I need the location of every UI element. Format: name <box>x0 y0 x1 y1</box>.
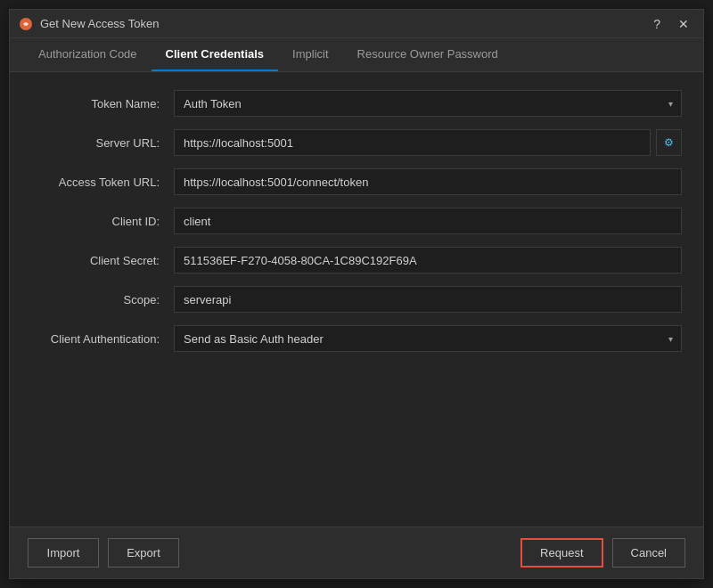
client-id-input[interactable] <box>174 208 682 234</box>
settings-icon: ⚙ <box>664 136 674 149</box>
close-button[interactable]: ✕ <box>673 16 694 32</box>
client-id-row: Client ID: <box>31 208 682 234</box>
client-secret-wrap <box>174 247 682 274</box>
scope-label: Scope: <box>31 293 174 306</box>
app-icon <box>19 17 33 31</box>
dialog-footer: Import Export Request Cancel <box>10 527 703 578</box>
footer-left-actions: Import Export <box>28 538 179 568</box>
request-button[interactable]: Request <box>520 538 602 568</box>
export-button[interactable]: Export <box>108 538 179 568</box>
dialog: Get New Access Token ? ✕ Authorization C… <box>9 9 704 579</box>
title-bar-controls: ? ✕ <box>648 16 694 32</box>
token-name-row: Token Name: Auth Token ▾ <box>31 90 682 117</box>
token-name-select[interactable]: Auth Token <box>174 90 682 117</box>
client-secret-row: Client Secret: <box>31 247 682 274</box>
client-auth-select[interactable]: Send as Basic Auth header Send client cr… <box>174 325 682 352</box>
tabs-bar: Authorization Code Client Credentials Im… <box>10 38 703 72</box>
server-url-input[interactable] <box>174 129 651 156</box>
tab-resource-owner-password[interactable]: Resource Owner Password <box>343 38 512 71</box>
client-id-label: Client ID: <box>31 215 174 228</box>
client-id-wrap <box>174 208 682 234</box>
import-button[interactable]: Import <box>28 538 99 568</box>
server-url-label: Server URL: <box>31 136 174 150</box>
token-name-label: Token Name: <box>31 97 174 110</box>
server-url-settings-button[interactable]: ⚙ <box>656 129 682 156</box>
client-auth-wrap: Send as Basic Auth header Send client cr… <box>174 325 682 352</box>
tab-implicit[interactable]: Implicit <box>278 38 342 71</box>
token-name-wrap: Auth Token ▾ <box>174 90 682 117</box>
client-auth-row: Client Authentication: Send as Basic Aut… <box>31 325 682 352</box>
scope-row: Scope: <box>31 286 682 313</box>
client-secret-input[interactable] <box>174 247 682 274</box>
footer-right-actions: Request Cancel <box>520 538 685 568</box>
server-url-row: Server URL: ⚙ <box>31 129 682 156</box>
scope-wrap <box>174 286 682 313</box>
server-url-wrap: ⚙ <box>174 129 682 156</box>
access-token-url-wrap <box>174 168 682 195</box>
dialog-title: Get New Access Token <box>40 17 648 30</box>
cancel-button[interactable]: Cancel <box>612 538 685 568</box>
title-bar: Get New Access Token ? ✕ <box>10 10 703 38</box>
scope-input[interactable] <box>174 286 682 313</box>
access-token-url-input[interactable] <box>174 168 682 195</box>
client-auth-label: Client Authentication: <box>31 332 174 346</box>
tab-client-credentials[interactable]: Client Credentials <box>152 38 279 71</box>
form-content: Token Name: Auth Token ▾ Server URL: ⚙ A… <box>10 72 703 527</box>
tab-authorization-code[interactable]: Authorization Code <box>24 38 152 71</box>
access-token-url-label: Access Token URL: <box>31 176 174 189</box>
client-secret-label: Client Secret: <box>31 254 174 267</box>
help-button[interactable]: ? <box>648 16 666 32</box>
access-token-url-row: Access Token URL: <box>31 168 682 195</box>
